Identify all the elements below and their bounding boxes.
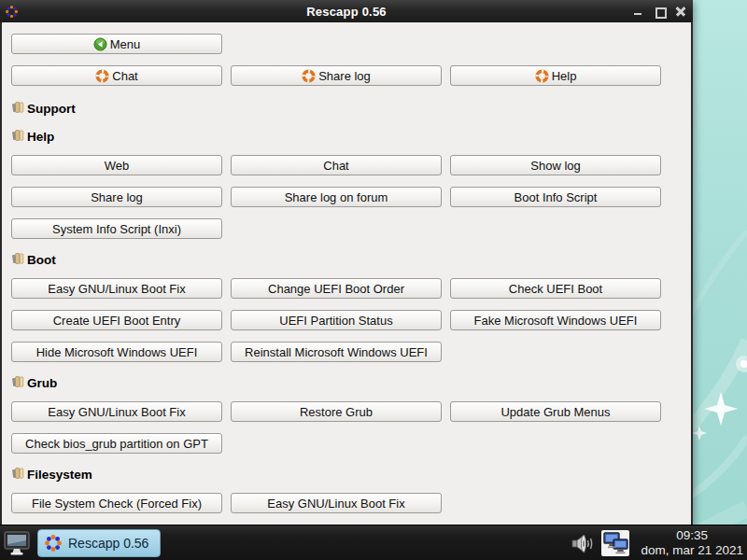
section-title: Grub xyxy=(27,376,57,390)
system-info-script-button[interactable]: System Info Script (Inxi) xyxy=(11,218,222,239)
lifebuoy-icon xyxy=(95,69,109,83)
hide-ms-uefi-button[interactable]: Hide Microsoft Windows UEFI xyxy=(11,342,222,362)
fs-easy-boot-fix-button[interactable]: Easy GNU/Linux Boot Fix xyxy=(231,493,442,513)
grub-easy-boot-fix-button[interactable]: Easy GNU/Linux Boot Fix xyxy=(11,401,222,422)
help-section-buttons: Web Chat Show log Share log Share log on… xyxy=(11,155,682,239)
taskbar-task-rescapp[interactable]: Rescapp 0.56 xyxy=(37,529,161,557)
section-header-help: Help xyxy=(11,129,682,144)
window-title: Rescapp 0.56 xyxy=(0,5,693,19)
boot-section-buttons: Easy GNU/Linux Boot Fix Change UEFI Boot… xyxy=(11,278,682,362)
section-title: Filesystem xyxy=(27,468,92,482)
show-desktop-button[interactable] xyxy=(0,526,34,560)
share-log-button[interactable]: Share log xyxy=(231,65,442,86)
share-log-forum-button[interactable]: Share log on forum xyxy=(231,187,442,207)
chat-button[interactable]: Chat xyxy=(11,65,222,86)
minimize-button[interactable] xyxy=(633,7,642,16)
section-header-filesystem: Filesystem xyxy=(11,467,682,482)
uefi-partition-status-button[interactable]: UEFI Partition Status xyxy=(231,310,442,330)
maximize-button[interactable] xyxy=(655,7,664,16)
change-uefi-order-button[interactable]: Change UEFI Boot Order xyxy=(231,278,442,299)
help-button[interactable]: Help xyxy=(450,65,661,86)
monitor-icon xyxy=(3,529,31,557)
taskbar-clock[interactable]: 09:35 dom, mar 21 2021 xyxy=(635,528,747,558)
rescapp-logo-icon xyxy=(44,534,63,553)
rescapp-window: Rescapp 0.56 Menu xyxy=(0,0,693,525)
create-uefi-entry-button[interactable]: Create UEFI Boot Entry xyxy=(11,310,222,330)
chat-button-label: Chat xyxy=(112,69,137,83)
easy-boot-fix-button[interactable]: Easy GNU/Linux Boot Fix xyxy=(11,278,222,299)
folder-icon xyxy=(11,466,25,483)
lifebuoy-icon xyxy=(535,69,549,83)
section-title: Help xyxy=(27,130,54,144)
clock-time: 09:35 xyxy=(641,528,743,543)
share-log-help-button[interactable]: Share log xyxy=(11,187,222,207)
folder-icon xyxy=(11,128,25,146)
volume-tray-icon[interactable] xyxy=(570,531,596,555)
show-log-button[interactable]: Show log xyxy=(450,155,661,175)
folder-icon xyxy=(11,100,25,118)
lifebuoy-icon xyxy=(302,69,316,83)
folder-icon xyxy=(11,251,25,269)
boot-info-script-button[interactable]: Boot Info Script xyxy=(450,187,661,207)
section-title: Support xyxy=(27,102,76,116)
fsck-forced-fix-button[interactable]: File System Check (Forced Fix) xyxy=(11,493,222,513)
folder-icon xyxy=(11,374,25,392)
taskbar: Rescapp 0.56 xyxy=(0,525,747,560)
web-button[interactable]: Web xyxy=(11,155,222,175)
titlebar[interactable]: Rescapp 0.56 xyxy=(0,0,693,22)
restore-grub-button[interactable]: Restore Grub xyxy=(231,401,442,422)
section-header-grub: Grub xyxy=(11,375,682,390)
section-header-support: Support xyxy=(11,101,682,116)
section-title: Boot xyxy=(27,253,56,267)
go-back-icon xyxy=(93,37,107,51)
menu-button[interactable]: Menu xyxy=(11,34,222,54)
help-button-label: Help xyxy=(552,69,577,83)
chat-help-button[interactable]: Chat xyxy=(231,155,442,175)
task-label: Rescapp 0.56 xyxy=(68,536,148,551)
reinstall-ms-uefi-button[interactable]: Reinstall Microsoft Windows UEFI xyxy=(231,342,442,362)
check-bios-grub-button[interactable]: Check bios_grub partition on GPT xyxy=(11,433,222,454)
section-header-boot: Boot xyxy=(11,252,682,267)
clock-date: dom, mar 21 2021 xyxy=(641,543,743,558)
check-uefi-boot-button[interactable]: Check UEFI Boot xyxy=(450,278,661,299)
close-button[interactable] xyxy=(676,7,685,16)
share-log-button-label: Share log xyxy=(318,69,371,83)
filesystem-section-buttons: File System Check (Forced Fix) Easy GNU/… xyxy=(11,493,682,513)
grub-section-buttons: Easy GNU/Linux Boot Fix Restore Grub Upd… xyxy=(11,401,682,454)
fake-ms-uefi-button[interactable]: Fake Microsoft Windows UEFI xyxy=(450,310,661,330)
network-tray-icon[interactable] xyxy=(600,529,630,557)
menu-button-label: Menu xyxy=(110,37,141,51)
window-content: Menu Chat xyxy=(2,22,691,525)
update-grub-menus-button[interactable]: Update Grub Menus xyxy=(450,401,661,422)
